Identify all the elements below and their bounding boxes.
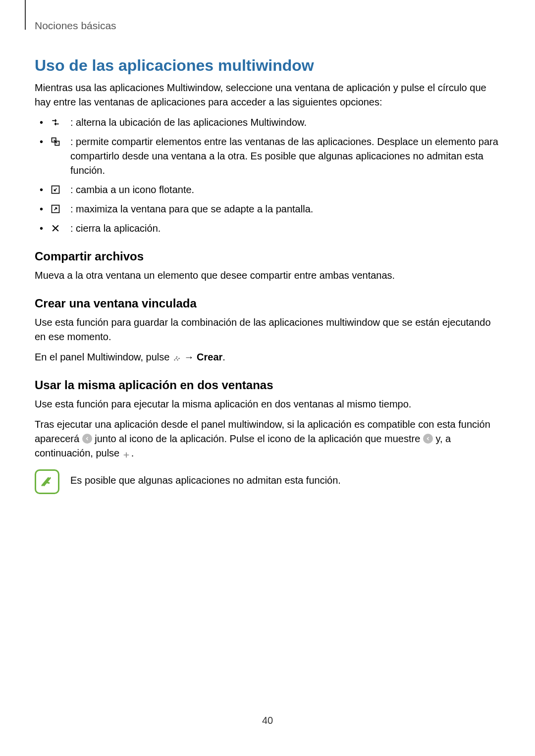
section-title: Uso de las aplicaciones multiwindow <box>35 56 500 75</box>
duplicate-badge-icon <box>82 434 92 444</box>
plus-icon <box>122 449 131 457</box>
linked-heading: Crear una ventana vinculada <box>35 297 500 310</box>
same-app-paragraph-1: Use esta función para ejecutar la misma … <box>35 397 500 411</box>
option-maximize: : maximiza la ventana para que se adapte… <box>49 202 500 216</box>
intro-paragraph: Mientras usa las aplicaciones Multiwindo… <box>35 81 500 109</box>
maximize-icon <box>51 203 60 213</box>
same-app-paragraph-2: Tras ejecutar una aplicación desde el pa… <box>35 417 500 460</box>
menu-dots-icon <box>172 353 181 361</box>
duplicate-badge-icon <box>423 434 433 444</box>
note-text: Es posible que algunas aplicaciones no a… <box>70 469 341 488</box>
svg-point-6 <box>177 359 178 360</box>
option-text: : cambia a un icono flotante. <box>70 184 194 195</box>
crear-label: Crear <box>197 352 222 362</box>
option-text: : alterna la ubicación de las aplicacion… <box>70 117 307 128</box>
option-share-window: : permite compartir elementos entre las … <box>49 135 500 178</box>
svg-point-5 <box>175 358 176 359</box>
same-p2-d: . <box>131 448 134 458</box>
breadcrumb: Nociones básicas <box>35 20 500 32</box>
note-icon <box>35 469 59 494</box>
arrow-text: → <box>184 352 197 362</box>
option-close: : cierra la aplicación. <box>49 221 500 236</box>
page-number: 40 <box>0 715 535 726</box>
share-window-icon <box>51 136 60 146</box>
linked-instruction: En el panel Multiwindow, pulse → Crear. <box>35 350 500 364</box>
header-accent-line <box>25 0 26 30</box>
page-content: Nociones básicas Uso de las aplicaciones… <box>0 0 535 514</box>
swap-icon <box>51 117 60 127</box>
svg-point-8 <box>178 358 179 359</box>
options-list: : alterna la ubicación de las aplicacion… <box>35 115 500 236</box>
option-text: : permite compartir elementos entre las … <box>70 136 498 176</box>
linked-instruction-pre: En el panel Multiwindow, pulse <box>35 352 172 362</box>
linked-paragraph: Use esta función para guardar la combina… <box>35 315 500 344</box>
same-p2-b: junto al icono de la aplicación. Pulse e… <box>95 433 423 444</box>
svg-point-7 <box>176 356 177 357</box>
option-text: : cierra la aplicación. <box>70 223 160 234</box>
close-icon <box>51 223 60 233</box>
option-text: : maximiza la ventana para que se adapte… <box>70 203 313 214</box>
linked-instruction-post: . <box>222 352 225 362</box>
note-callout: Es posible que algunas aplicaciones no a… <box>35 469 500 494</box>
share-heading: Compartir archivos <box>35 250 500 263</box>
same-app-heading: Usar la misma aplicación en dos ventanas <box>35 378 500 392</box>
float-icon <box>51 184 60 194</box>
option-swap: : alterna la ubicación de las aplicacion… <box>49 115 500 130</box>
option-float: : cambia a un icono flotante. <box>49 183 500 197</box>
svg-point-4 <box>174 359 175 360</box>
share-paragraph: Mueva a la otra ventana un elemento que … <box>35 268 500 283</box>
